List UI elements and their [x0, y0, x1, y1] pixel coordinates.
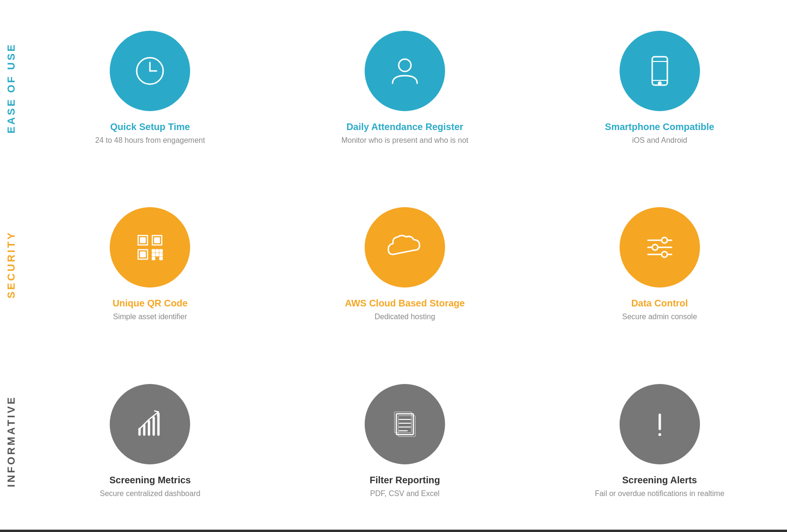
data-control-title: Data Control [631, 298, 688, 309]
feature-quick-setup: Quick Setup Time 24 to 48 hours from eng… [74, 31, 226, 146]
informative-label: INFORMATIVE [0, 353, 23, 530]
quick-setup-title: Quick Setup Time [110, 122, 190, 132]
smartphone-title: Smartphone Compatible [605, 122, 714, 132]
svg-rect-18 [156, 253, 158, 256]
svg-rect-16 [160, 250, 162, 252]
svg-rect-19 [160, 253, 162, 256]
svg-rect-38 [394, 412, 411, 433]
attendance-desc: Monitor who is present and who is not [341, 135, 469, 146]
informative-row: INFORMATIVE Screening [0, 353, 787, 530]
alerts-desc: Fail or overdue notifications in realtim… [595, 488, 725, 499]
feature-alerts: Screening Alerts Fail or overdue notific… [584, 384, 735, 499]
svg-point-7 [658, 82, 661, 85]
svg-point-25 [662, 237, 667, 243]
ease-of-use-label: EASE OF USE [0, 0, 23, 176]
report-circle [365, 384, 445, 464]
svg-rect-9 [140, 238, 145, 243]
feature-attendance: Daily Attendance Register Monitor who is… [329, 31, 481, 146]
smartphone-circle [620, 31, 700, 111]
svg-point-26 [652, 244, 658, 250]
chart-circle [110, 384, 190, 464]
sliders-circle [620, 207, 700, 288]
svg-point-27 [662, 252, 667, 257]
svg-rect-39 [398, 416, 415, 436]
cloud-circle [365, 207, 445, 288]
data-control-desc: Secure admin console [622, 312, 697, 322]
reporting-title: Filter Reporting [370, 475, 440, 486]
person-circle [365, 31, 445, 111]
clock-circle [110, 31, 190, 111]
svg-point-41 [658, 433, 661, 436]
informative-features: Screening Metrics Secure centralized das… [23, 353, 787, 530]
bottom-divider [0, 530, 787, 532]
svg-rect-33 [396, 414, 413, 435]
quick-setup-desc: 24 to 48 hours from engagement [95, 135, 205, 146]
smartphone-desc: iOS and Android [632, 135, 687, 146]
feature-data-control: Data Control Secure admin console [584, 207, 735, 322]
feature-smartphone: Smartphone Compatible iOS and Android [584, 31, 735, 146]
qr-title: Unique QR Code [113, 298, 188, 309]
svg-point-3 [399, 59, 411, 71]
feature-cloud: AWS Cloud Based Storage Dedicated hostin… [329, 207, 481, 322]
svg-rect-20 [152, 257, 155, 260]
ease-of-use-row: EASE OF USE Quick Setup Time 24 to 48 ho… [0, 0, 787, 176]
security-features: Unique QR Code Simple asset identifier A… [23, 176, 787, 353]
attendance-title: Daily Attendance Register [346, 122, 463, 132]
security-label: SECURITY [0, 176, 23, 353]
metrics-title: Screening Metrics [109, 475, 191, 486]
reporting-desc: PDF, CSV and Excel [370, 488, 440, 499]
svg-rect-14 [152, 250, 155, 252]
ease-of-use-features: Quick Setup Time 24 to 48 hours from eng… [23, 0, 787, 176]
qr-circle [110, 207, 190, 288]
feature-qr: Unique QR Code Simple asset identifier [74, 207, 226, 322]
feature-reporting: Filter Reporting PDF, CSV and Excel [329, 384, 481, 499]
qr-desc: Simple asset identifier [113, 312, 187, 322]
cloud-title: AWS Cloud Based Storage [345, 298, 464, 309]
alert-circle [620, 384, 700, 464]
svg-rect-13 [140, 252, 145, 257]
svg-rect-15 [156, 250, 158, 252]
feature-metrics: Screening Metrics Secure centralized das… [74, 384, 226, 499]
alerts-title: Screening Alerts [622, 475, 697, 486]
svg-rect-17 [152, 253, 155, 256]
security-row: SECURITY [0, 176, 787, 353]
page-wrapper: EASE OF USE Quick Setup Time 24 to 48 ho… [0, 0, 787, 532]
cloud-desc: Dedicated hosting [375, 312, 435, 322]
svg-rect-11 [155, 238, 159, 243]
metrics-desc: Secure centralized dashboard [100, 488, 201, 499]
svg-rect-21 [160, 257, 162, 260]
